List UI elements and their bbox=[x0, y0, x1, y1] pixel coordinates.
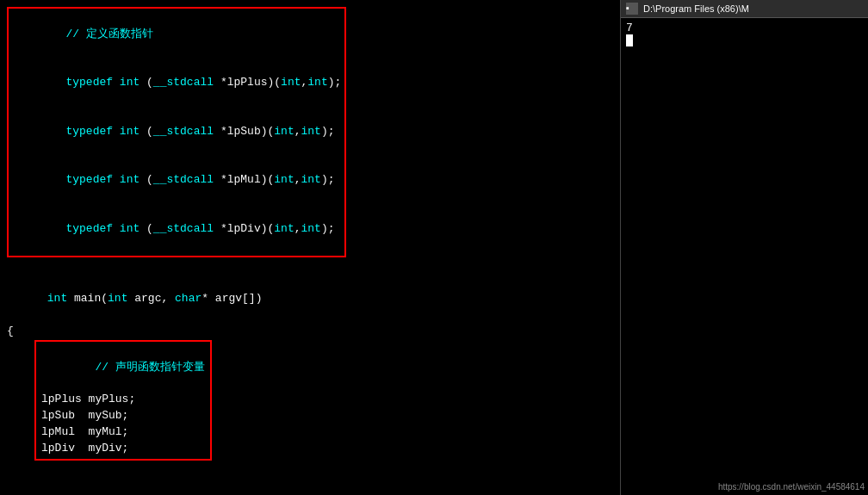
terminal-titlebar: ▪ D:\Program Files (x86)\M bbox=[621, 0, 868, 18]
terminal-title: D:\Program Files (x86)\M bbox=[643, 3, 749, 14]
terminal-output: 7 bbox=[626, 22, 863, 34]
comment-line-2: // 声明函数指针变量 bbox=[41, 343, 205, 393]
load-section: // 动态加载dll到内存中 HINSTANCE hModule = LoadL… bbox=[34, 479, 613, 495]
typedef-line-4: typedef int (__stdcall *lpDiv)(int,int); bbox=[12, 205, 341, 254]
var-line-1: lpPlus myPlus; bbox=[41, 392, 205, 408]
code-panel: // 定义函数指针 typedef int (__stdcall *lpPlus… bbox=[0, 0, 620, 495]
blank-1 bbox=[7, 259, 613, 275]
code-content: // 定义函数指针 typedef int (__stdcall *lpPlus… bbox=[5, 3, 615, 495]
blank-2 bbox=[7, 462, 613, 479]
terminal-body: 7 https://blog.csdn.net/weixin_44584614 bbox=[621, 18, 868, 495]
main-decl: int main(int argc, char* argv[]) bbox=[7, 275, 613, 325]
typedef-line-1: typedef int (__stdcall *lpPlus)(int,int)… bbox=[12, 59, 341, 108]
var-line-3: lpMul myMul; bbox=[41, 424, 205, 441]
var-line-4: lpDiv myDiv; bbox=[41, 441, 205, 457]
typedef-line-3: typedef int (__stdcall *lpMul)(int,int); bbox=[12, 157, 341, 206]
comment-line-3: // 动态加载dll到内存中 bbox=[34, 479, 613, 495]
terminal-icon: ▪ bbox=[626, 3, 638, 15]
comment-line-1: // 定义函数指针 bbox=[12, 10, 341, 59]
var-line-2: lpSub mySub; bbox=[41, 408, 205, 424]
open-brace: { bbox=[7, 324, 613, 340]
typedef-line-2: typedef int (__stdcall *lpSub)(int,int); bbox=[12, 108, 341, 157]
terminal-panel: ▪ D:\Program Files (x86)\M 7 https://blo… bbox=[620, 0, 868, 495]
terminal-url: https://blog.csdn.net/weixin_44584614 bbox=[718, 482, 865, 492]
terminal-cursor bbox=[626, 34, 633, 46]
